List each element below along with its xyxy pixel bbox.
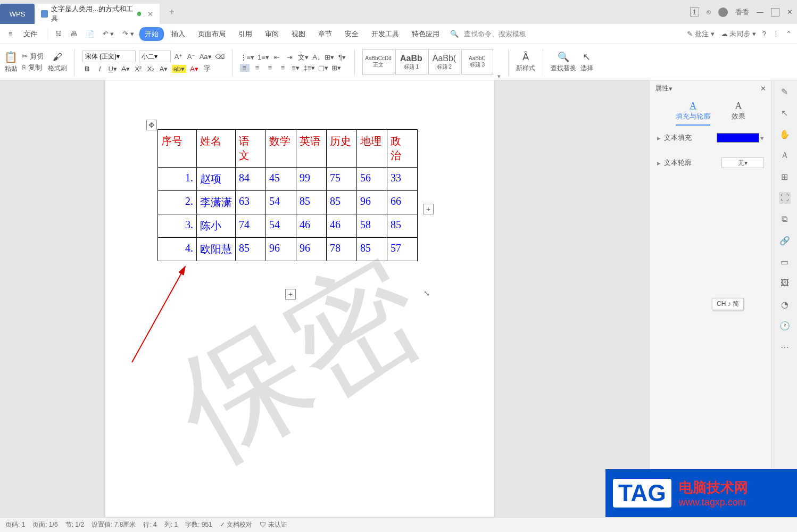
style-normal[interactable]: AaBbCcDd正文	[362, 49, 394, 75]
sort-icon[interactable]: A↓	[312, 53, 321, 61]
close-tab-icon[interactable]: ✕	[147, 10, 153, 18]
status-section[interactable]: 节: 1/2	[65, 520, 84, 529]
format-brush[interactable]: 🖌格式刷	[48, 52, 67, 73]
superscript-icon[interactable]: X²	[134, 65, 143, 73]
select-button[interactable]: ↖选择	[580, 51, 593, 73]
highlight-icon[interactable]: ab▾	[172, 65, 186, 73]
distribute-icon[interactable]: ≡▾	[291, 64, 301, 72]
maximize-icon[interactable]	[771, 8, 779, 16]
help-icon[interactable]: ?	[762, 30, 766, 38]
text-effect-icon[interactable]: A▾	[159, 65, 169, 73]
shape-tool-icon[interactable]: ◔	[779, 298, 791, 310]
file-menu[interactable]: 文件	[18, 27, 43, 41]
hand-tool-icon[interactable]: ✋	[779, 128, 791, 140]
pointer-tool-icon[interactable]: ↖	[779, 107, 791, 119]
tab-home[interactable]: 开始	[139, 27, 164, 41]
tab-review[interactable]: 审阅	[260, 27, 284, 41]
preview-icon[interactable]: 📄	[82, 28, 97, 39]
bullets-icon[interactable]: ⋮≡▾	[240, 53, 255, 61]
align-left-icon[interactable]: ≡	[240, 64, 250, 72]
tab-special[interactable]: 特色应用	[406, 27, 445, 41]
status-words[interactable]: 字数: 951	[185, 520, 212, 529]
tab-dev[interactable]: 开发工具	[366, 27, 404, 41]
minimize-icon[interactable]: —	[757, 8, 763, 16]
more-tool-icon[interactable]: ⋯	[779, 341, 791, 353]
size-select[interactable]: 小二 ▾	[139, 51, 171, 62]
status-page[interactable]: 页码: 1	[5, 520, 25, 529]
search-icon[interactable]: 🔍	[447, 28, 462, 39]
save-icon[interactable]: 🖫	[52, 28, 65, 39]
undo-icon[interactable]: ↶ ▾	[99, 28, 118, 39]
panel-tab-fill[interactable]: A填充与轮廓	[676, 101, 710, 126]
link-tool-icon[interactable]: 🔗	[779, 235, 791, 246]
italic-icon[interactable]: I	[95, 65, 105, 73]
text-outline-row[interactable]: ▸文本轮廓无 ▾	[650, 150, 771, 176]
align-right-icon[interactable]: ≡	[265, 64, 275, 72]
change-case-icon[interactable]: Aa▾	[200, 53, 212, 61]
layers-tool-icon[interactable]: ⧉	[779, 213, 791, 225]
more-icon[interactable]: ⋮	[773, 30, 779, 38]
numbering-icon[interactable]: 1≡▾	[258, 53, 269, 61]
shrink-font-icon[interactable]: A⁻	[187, 53, 196, 61]
tab-reference[interactable]: 引用	[233, 27, 258, 41]
cut-button[interactable]: ✂ 剪切	[22, 52, 44, 61]
style-h2[interactable]: AaBb(标题 2	[428, 49, 460, 75]
document-tab[interactable]: 文字是人类用...的方式和工具 ✕	[35, 4, 160, 24]
font-color-icon[interactable]: A▾	[189, 65, 199, 73]
tab-insert[interactable]: 插入	[166, 27, 190, 41]
line-spacing-icon[interactable]: ‡≡▾	[304, 64, 316, 72]
text-fill-row[interactable]: ▸文本填充▾	[650, 126, 771, 150]
close-window-icon[interactable]: ✕	[787, 8, 793, 16]
align-justify-icon[interactable]: ≡	[278, 64, 288, 72]
underline-icon[interactable]: U▾	[108, 65, 118, 73]
add-col-handle[interactable]: +	[423, 204, 434, 214]
print-icon[interactable]: 🖶	[67, 28, 80, 39]
bold-icon[interactable]: B	[82, 65, 92, 73]
status-col[interactable]: 列: 1	[164, 520, 178, 529]
char-shading-icon[interactable]: 字	[202, 64, 212, 73]
status-pages[interactable]: 页面: 1/6	[32, 520, 57, 529]
avatar-icon[interactable]	[718, 7, 728, 17]
close-panel-icon[interactable]: ✕	[760, 85, 766, 93]
paste-group[interactable]: 📋粘贴	[4, 51, 18, 73]
redo-icon[interactable]: ↷ ▾	[119, 28, 137, 39]
tab-view[interactable]: 视图	[286, 27, 311, 41]
outline-select[interactable]: 无 ▾	[721, 157, 764, 168]
grid-tool-icon[interactable]: ⊞	[779, 171, 791, 182]
data-table[interactable]: 序号 姓名 语文 数学 英语 历史 地理 政治 1.赵项844599755633…	[157, 129, 418, 261]
doc-tool-icon[interactable]: ▭	[779, 256, 791, 268]
search-hint[interactable]: 查找命令、搜索模板	[464, 29, 526, 39]
add-row-handle[interactable]: +	[285, 289, 296, 300]
inc-indent-icon[interactable]: ⇥	[285, 53, 295, 61]
find-replace-button[interactable]: 🔍查找替换	[551, 51, 576, 73]
style-h1[interactable]: AaBb标题 1	[395, 49, 427, 75]
style-h3[interactable]: AaBbC标题 3	[461, 49, 493, 75]
status-setval[interactable]: 设置值: 7.8厘米	[92, 520, 136, 529]
pencil-tool-icon[interactable]: ✎	[779, 86, 791, 97]
status-line[interactable]: 行: 4	[143, 520, 156, 529]
add-tab-button[interactable]: ＋	[164, 4, 180, 20]
collapse-ribbon-icon[interactable]: ⌃	[786, 30, 792, 38]
subscript-icon[interactable]: X₂	[146, 65, 156, 73]
strike-icon[interactable]: A̶▾	[121, 65, 130, 73]
tab-section[interactable]: 章节	[313, 27, 337, 41]
dec-indent-icon[interactable]: ⇤	[272, 53, 282, 61]
borders-icon[interactable]: ⊞▾	[331, 64, 341, 72]
new-style-button[interactable]: Ȃ新样式	[516, 51, 535, 73]
fill-color-swatch[interactable]	[717, 133, 759, 143]
align-center-icon[interactable]: ≡	[253, 64, 262, 72]
image-tool-icon[interactable]: 🖼	[779, 277, 791, 289]
menu-icon[interactable]: ≡	[5, 28, 16, 39]
tab-layout[interactable]: 页面布局	[193, 27, 231, 41]
comment-button[interactable]: ✎ 批注 ▾	[687, 29, 714, 39]
wps-home-tab[interactable]: WPS	[0, 4, 35, 24]
shading-icon[interactable]: ▢▾	[318, 64, 328, 72]
settings-tool-icon[interactable]: ⛶	[779, 192, 791, 204]
text-direction-icon[interactable]: 文▾	[298, 53, 309, 62]
clock-tool-icon[interactable]: 🕐	[779, 320, 791, 331]
clear-format-icon[interactable]: ⌫	[215, 53, 225, 61]
sync-button[interactable]: ☁ 未同步 ▾	[721, 29, 756, 39]
grow-font-icon[interactable]: A⁺	[174, 53, 184, 61]
tab-security[interactable]: 安全	[339, 27, 364, 41]
table-move-handle[interactable]: ✥	[146, 120, 157, 130]
